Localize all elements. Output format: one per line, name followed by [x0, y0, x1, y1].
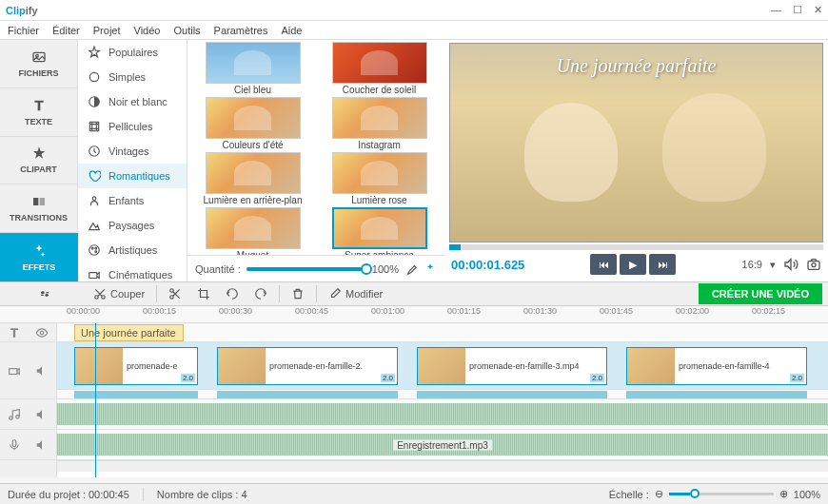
- menu-outils[interactable]: Outils: [173, 25, 200, 36]
- timeline-ruler[interactable]: 00:00:00 00:00:15 00:00:30 00:00:45 00:0…: [0, 306, 828, 323]
- menu-video[interactable]: Vidéo: [134, 25, 161, 36]
- zoom-control: Échelle : ⊖ ⊕ 100%: [609, 488, 820, 500]
- maximize-button[interactable]: ☐: [793, 4, 802, 16]
- preview-viewport[interactable]: Une journée parfaite: [449, 43, 823, 242]
- overlay-title: Une journée parfaite: [450, 55, 822, 77]
- cat-enfants[interactable]: Enfants: [78, 188, 187, 213]
- crop-button[interactable]: [191, 284, 216, 303]
- aspect-ratio[interactable]: 16:9: [742, 259, 762, 270]
- cat-pellicules[interactable]: Pellicules: [78, 114, 187, 139]
- tab-fichiers[interactable]: FICHIERS: [0, 40, 78, 88]
- svg-point-24: [41, 331, 45, 335]
- video-clip[interactable]: promenade-e2.0: [74, 347, 198, 385]
- tab-texte[interactable]: TEXTE: [0, 88, 78, 137]
- cat-romantiques[interactable]: Romantiques: [78, 164, 187, 188]
- menu-parametres[interactable]: Paramètres: [214, 25, 268, 36]
- effect-thumb[interactable]: Lumière en arrière-plan: [191, 152, 314, 205]
- cat-noir-blanc[interactable]: Noir et blanc: [78, 89, 187, 114]
- svg-point-22: [170, 289, 174, 293]
- effect-thumb[interactable]: Coucher de soleil: [318, 42, 441, 95]
- eye-icon[interactable]: [35, 326, 49, 339]
- audio-track-2[interactable]: Enregistrement1.mp3: [57, 430, 828, 460]
- close-button[interactable]: ✕: [814, 4, 822, 16]
- quantity-slider[interactable]: [246, 267, 366, 271]
- svg-rect-16: [808, 262, 819, 270]
- tab-clipart[interactable]: CLIPART: [0, 137, 78, 185]
- video-clip[interactable]: promenade-en-famille-42.0: [626, 347, 807, 385]
- window-controls: — ☐ ✕: [771, 4, 822, 16]
- wand-icon[interactable]: [424, 262, 437, 276]
- preview-controls: 00:00:01.625 ⏮ ▶ ⏭ 16:9▾: [449, 250, 823, 279]
- snapshot-icon[interactable]: [806, 257, 821, 272]
- effect-thumb[interactable]: Couleurs d'été: [191, 97, 314, 150]
- cat-artistiques[interactable]: Artistiques: [78, 238, 187, 262]
- next-button[interactable]: ⏭: [649, 254, 676, 275]
- tracks-area[interactable]: Une journée parfaite promenade-e2.0 prom…: [57, 323, 828, 477]
- undo-button[interactable]: [220, 284, 245, 303]
- statusbar: Durée du projet : 00:00:45 Nombre de cli…: [0, 483, 828, 504]
- volume-icon[interactable]: [783, 257, 798, 272]
- preview-panel: Une journée parfaite 00:00:01.625 ⏮ ▶ ⏭ …: [444, 40, 828, 281]
- preview-progress[interactable]: [449, 244, 823, 250]
- text-clip[interactable]: Une journée parfaite: [74, 324, 184, 341]
- svg-rect-6: [89, 122, 98, 130]
- volume-icon[interactable]: [35, 408, 49, 421]
- video-track[interactable]: promenade-e2.0 promenade-en-famille-2.2.…: [57, 342, 828, 390]
- edit-button[interactable]: Modifier: [323, 284, 388, 303]
- effect-track[interactable]: [57, 390, 828, 399]
- video-clip[interactable]: promenade-en-famille-3.mp42.0: [417, 347, 607, 385]
- cat-paysages[interactable]: Paysages: [78, 213, 187, 238]
- prev-button[interactable]: ⏮: [590, 254, 617, 275]
- cat-populaires[interactable]: Populaires: [78, 40, 187, 65]
- redo-button[interactable]: [248, 284, 273, 303]
- timecode: 00:00:01.625: [451, 258, 524, 272]
- settings-icon[interactable]: [37, 286, 52, 301]
- tab-effets[interactable]: EFFETS: [0, 233, 78, 281]
- cat-cinematiques[interactable]: Cinématiques: [78, 262, 187, 281]
- playhead[interactable]: [95, 323, 96, 477]
- effects-panel: Ciel bleu Coucher de soleil Couleurs d'é…: [187, 40, 444, 281]
- timeline-scrollbar[interactable]: [57, 460, 828, 472]
- dropper-icon[interactable]: [404, 262, 418, 276]
- play-button[interactable]: ▶: [620, 254, 646, 275]
- timeline-toolbar: Couper Modifier CRÉER UNE VIDÉO: [0, 281, 828, 306]
- menu-aide[interactable]: Aide: [281, 25, 302, 36]
- text-track-header: [0, 323, 56, 342]
- volume-icon[interactable]: [35, 438, 49, 452]
- create-video-button[interactable]: CRÉER UNE VIDÉO: [699, 283, 822, 304]
- svg-point-10: [91, 247, 93, 249]
- delete-button[interactable]: [286, 284, 310, 303]
- svg-point-11: [95, 247, 97, 249]
- effect-thumb[interactable]: Ciel bleu: [191, 42, 314, 95]
- duration-label: Durée du projet : 00:00:45: [8, 489, 129, 500]
- zoom-out-button[interactable]: ⊖: [655, 488, 663, 500]
- menu-editer[interactable]: Éditer: [52, 25, 80, 36]
- zoom-in-button[interactable]: ⊕: [779, 488, 788, 500]
- chevron-down-icon: ▾: [770, 259, 776, 271]
- clips-count: Nombre de clips : 4: [157, 489, 247, 500]
- category-panel: Populaires Simples Noir et blanc Pellicu…: [78, 40, 187, 281]
- cat-simples[interactable]: Simples: [78, 65, 187, 89]
- cut-button[interactable]: Couper: [88, 284, 150, 303]
- quantity-value: 100%: [372, 263, 399, 275]
- svg-point-17: [812, 263, 816, 267]
- menu-fichier[interactable]: Fichier: [8, 25, 39, 36]
- volume-icon[interactable]: [35, 364, 49, 378]
- effect-thumb[interactable]: Super ambiance: [318, 207, 441, 255]
- minimize-button[interactable]: —: [771, 4, 781, 16]
- effect-thumb[interactable]: Lumière rose: [318, 152, 441, 205]
- text-track[interactable]: Une journée parfaite: [57, 323, 828, 342]
- svg-rect-2: [33, 198, 38, 205]
- svg-point-21: [102, 296, 106, 300]
- svg-point-23: [170, 296, 174, 300]
- cat-vintages[interactable]: Vintages: [78, 139, 187, 164]
- menubar: Fichier Éditer Projet Vidéo Outils Param…: [0, 21, 828, 40]
- zoom-slider[interactable]: [669, 493, 774, 495]
- effect-thumb[interactable]: Instagram: [318, 97, 441, 150]
- scissors-button[interactable]: [163, 284, 187, 303]
- video-clip[interactable]: promenade-en-famille-2.2.0: [217, 347, 398, 385]
- tab-transitions[interactable]: TRANSITIONS: [0, 184, 78, 233]
- audio-track-1[interactable]: [57, 399, 828, 430]
- menu-projet[interactable]: Projet: [93, 25, 121, 36]
- effect-thumb[interactable]: Muguet: [191, 207, 314, 255]
